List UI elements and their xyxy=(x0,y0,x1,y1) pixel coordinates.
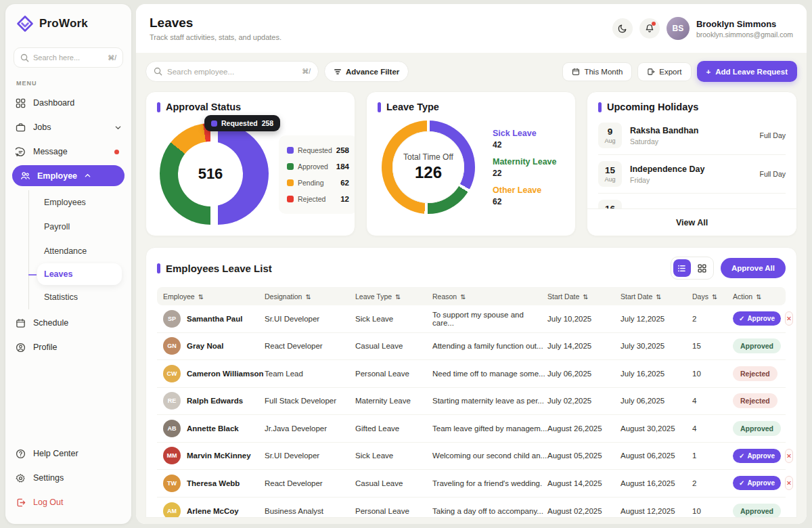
calendar-icon xyxy=(572,68,580,76)
column-header-start-date[interactable]: Start Date xyxy=(547,292,621,301)
users-icon xyxy=(20,171,30,181)
sidebar-item-label: Settings xyxy=(33,473,64,483)
employee-search[interactable]: ⌘/ xyxy=(145,61,319,82)
sidebar-item-help-center[interactable]: Help Center xyxy=(5,441,131,466)
brand-name: ProWork xyxy=(39,17,88,30)
sort-icon[interactable] xyxy=(583,292,588,301)
user-info: Brooklyn Simmons brooklyn.simmons@gmail.… xyxy=(696,19,793,39)
legend-item: Requested258 xyxy=(287,142,349,158)
dark-mode-button[interactable] xyxy=(612,18,633,39)
employee-submenu: Employees Payroll Attendance Leaves Stat… xyxy=(28,190,131,309)
upcoming-holidays-card: Upcoming Holidays 9Aug Raksha BandhanSat… xyxy=(587,91,797,236)
sidebar-item-statistics[interactable]: Statistics xyxy=(29,285,131,309)
leave-type-ring-chart: Total Time Off 126 xyxy=(382,120,475,214)
sidebar-item-label: Log Out xyxy=(33,498,63,507)
sidebar-item-payroll[interactable]: Payroll xyxy=(29,215,131,239)
sidebar-item-label: Help Center xyxy=(33,449,78,458)
sidebar-item-settings[interactable]: Settings xyxy=(5,466,131,490)
notifications-button[interactable] xyxy=(639,18,660,39)
sidebar-item-logout[interactable]: Log Out xyxy=(5,490,131,514)
table-title: Employees Leave List xyxy=(166,263,272,274)
reject-button[interactable]: ✕ xyxy=(785,311,793,326)
export-button[interactable]: Export xyxy=(637,62,691,81)
sidebar-item-dashboard[interactable]: Dashboard xyxy=(5,91,131,115)
card-accent xyxy=(157,263,160,273)
sort-icon[interactable] xyxy=(305,292,311,301)
avatar: GN xyxy=(163,337,181,355)
this-month-button[interactable]: This Month xyxy=(562,62,632,81)
employee-search-input[interactable] xyxy=(167,68,297,76)
filter-icon xyxy=(334,68,342,76)
sort-icon[interactable] xyxy=(460,292,466,301)
sidebar-item-employees[interactable]: Employees xyxy=(29,190,131,215)
main-panel: Leaves Track staff activities, stats, an… xyxy=(136,4,807,524)
sort-icon[interactable] xyxy=(756,292,761,301)
moon-icon xyxy=(618,24,627,33)
status-badge: Rejected xyxy=(733,393,777,408)
search-icon xyxy=(154,67,162,76)
page-title: Leaves xyxy=(150,16,281,30)
gear-icon xyxy=(15,472,26,484)
legend-item: Sick Leave42 xyxy=(493,129,556,150)
table-row: MMMarvin McKinney Sr.UI Developer Sick L… xyxy=(157,443,786,470)
grid-view-button[interactable] xyxy=(694,259,711,277)
advance-filter-button[interactable]: Advance Filter xyxy=(324,61,409,82)
chevron-up-icon xyxy=(84,172,91,179)
message-unread-dot xyxy=(114,150,119,154)
card-accent xyxy=(157,102,160,112)
avatar: RE xyxy=(163,392,181,410)
reject-button[interactable]: ✕ xyxy=(785,476,793,490)
view-all-button[interactable]: View All xyxy=(676,218,708,227)
user-avatar[interactable]: BS xyxy=(667,17,690,40)
leave-type-legend: Sick Leave42 Maternity Leave22 Other Lea… xyxy=(493,129,556,206)
sidebar-search[interactable]: ⌘/ xyxy=(14,47,123,68)
column-header-designation[interactable]: Designation xyxy=(265,292,355,301)
add-leave-request-button[interactable]: + Add Leave Request xyxy=(697,61,797,82)
sidebar-item-profile[interactable]: Profile xyxy=(5,335,131,359)
approve-button[interactable]: ✓Approve xyxy=(733,311,781,326)
sort-icon[interactable] xyxy=(395,292,401,301)
ring-center-label: Total Time Off xyxy=(403,152,453,162)
user-name: Brooklyn Simmons xyxy=(696,19,793,29)
chart-tooltip: Requested 258 xyxy=(204,115,280,131)
column-header-start-date-2[interactable]: Start Date xyxy=(621,292,692,301)
chevron-down-icon xyxy=(114,124,122,131)
sort-icon[interactable] xyxy=(712,292,717,301)
search-shortcut: ⌘/ xyxy=(302,68,311,75)
view-all-footer: View All xyxy=(587,208,796,236)
avatar: AM xyxy=(163,502,181,518)
approval-donut-chart: 516 Requested 258 xyxy=(156,118,275,232)
sidebar-item-attendance[interactable]: Attendance xyxy=(29,239,131,263)
sidebar-search-input[interactable] xyxy=(33,53,104,62)
status-badge: Approved xyxy=(733,421,781,436)
table-row: SPSamantha Paul Sr.UI Developer Sick Lea… xyxy=(157,305,786,333)
reject-button[interactable]: ✕ xyxy=(785,449,793,463)
sidebar-item-employee[interactable]: Employee xyxy=(12,165,125,186)
approve-button[interactable]: ✓Approve xyxy=(733,476,781,490)
column-header-leave-type[interactable]: Leave Type xyxy=(355,292,432,301)
dashboard-icon xyxy=(15,97,26,109)
sidebar-item-jobs[interactable]: Jobs xyxy=(5,115,131,139)
column-header-reason[interactable]: Reason xyxy=(432,292,547,301)
profile-icon xyxy=(15,342,26,353)
page-header: Leaves Track staff activities, stats, an… xyxy=(136,4,807,53)
list-view-button[interactable] xyxy=(673,259,691,277)
sidebar-item-schedule[interactable]: Schedule xyxy=(5,311,131,335)
user-email: brooklyn.simmons@gmail.com xyxy=(696,30,793,39)
holiday-row: 15Aug Independence DayFriday Full Day xyxy=(598,155,786,194)
legend-swatch xyxy=(287,163,294,170)
sort-icon[interactable] xyxy=(198,292,204,301)
sidebar: ProWork ⌘/ MENU Dashboard Jobs Message E… xyxy=(5,4,131,524)
tooltip-value: 258 xyxy=(262,119,274,127)
column-header-employee[interactable]: Employee xyxy=(163,292,265,301)
approve-all-button[interactable]: Approve All xyxy=(721,258,786,278)
sidebar-item-message[interactable]: Message xyxy=(5,139,131,164)
avatar: TW xyxy=(163,475,181,492)
column-header-action[interactable]: Action xyxy=(733,292,793,301)
column-header-days[interactable]: Days xyxy=(692,292,733,301)
sidebar-item-leaves[interactable]: Leaves xyxy=(37,263,122,285)
table-row: CWCameron Williamson Team Lead Personal … xyxy=(157,360,786,388)
table-row: TWTheresa Webb React Developer Casual Le… xyxy=(157,470,786,498)
sort-icon[interactable] xyxy=(656,292,661,301)
approve-button[interactable]: ✓Approve xyxy=(733,449,781,463)
